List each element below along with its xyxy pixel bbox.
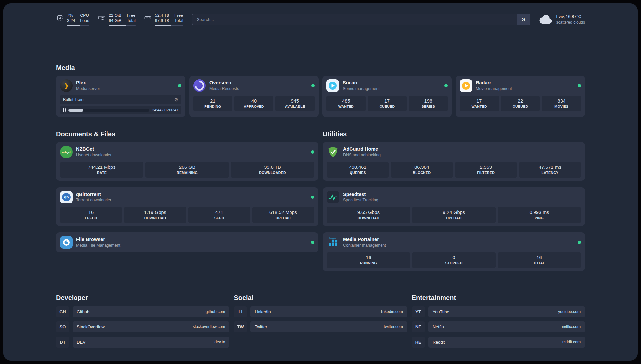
stat-stopped: 0 STOPPED (412, 252, 496, 268)
bookmark-abbr: YT (412, 306, 425, 317)
service-card-nzbget[interactable]: NZBGet Usenet downloader 744.21 Mbps RAT… (56, 142, 318, 181)
stat-queued: 22 QUEUED (501, 96, 540, 111)
search-input[interactable] (192, 14, 517, 25)
status-dot (444, 84, 448, 87)
bookmark-reddit[interactable]: RE Reddit reddit.com (412, 337, 585, 348)
header-divider (56, 40, 585, 40)
search-provider-button[interactable]: G (517, 14, 530, 25)
bookmark-linkedin[interactable]: LI LinkedIn linkedin.com (234, 306, 407, 317)
service-subtitle: Movie management (476, 86, 512, 91)
memory-total: 64 GiB (109, 18, 121, 23)
stat-upload: 9.24 Gbps UPLOAD (412, 207, 496, 223)
bookmark-dev[interactable]: DT DEV dev.to (56, 337, 229, 348)
cpu-widget: 7% 3.24 CPU Load (56, 13, 89, 26)
memory-widget: 22 GiB 64 GiB Free Total (98, 13, 136, 26)
memory-total-label: Total (127, 18, 135, 23)
memory-free-label: Free (127, 13, 135, 18)
pause-button[interactable] (63, 108, 66, 112)
utilities-column: Utilities AdGuard Home DNS and adblockin… (323, 130, 585, 278)
gear-icon[interactable] (174, 97, 178, 102)
memory-usage-bar (109, 25, 136, 26)
cpu-usage-bar-fill (67, 25, 80, 26)
status-dot (311, 84, 315, 87)
now-playing-track: Bullet Train (63, 97, 84, 102)
documents-column: Documents & Files NZBGet Usenet download… (56, 130, 318, 278)
cpu-percent: 7% (67, 13, 75, 18)
service-card-filebrowser[interactable]: File Browser Media File Management (56, 232, 318, 252)
bookmark-group-developer: Developer GH Github github.com SO StackO… (56, 294, 229, 352)
bookmark-name: Twitter (255, 324, 267, 329)
weather-location: Lviv, 16.87°C (556, 14, 585, 20)
stat-download: 9.65 Gbps DOWNLOAD (327, 207, 410, 223)
bookmark-abbr: RE (412, 337, 425, 348)
top-bar: 7% 3.24 CPU Load (56, 13, 585, 26)
status-dot (311, 241, 314, 244)
disk-total: 97.9 TB (155, 18, 169, 23)
media-grid: Plex Media server Bullet Train 24:44 / 0… (56, 76, 585, 117)
service-title: Speedtest (343, 191, 378, 197)
bookmark-url: youtube.com (558, 309, 581, 314)
bookmark-abbr: LI (234, 306, 247, 317)
disk-free-label: Free (174, 13, 183, 18)
stat-downloaded: 39.6 TB DOWNLOADED (231, 162, 314, 178)
playback-progress-fill (68, 109, 84, 112)
memory-usage-bar-fill (109, 25, 126, 26)
service-card-adguard[interactable]: AdGuard Home DNS and adblocking 498,461 … (323, 142, 585, 181)
stat-pending: 21 PENDING (193, 96, 232, 111)
bookmark-url: linkedin.com (381, 309, 403, 314)
disk-usage-bar-fill (155, 25, 171, 26)
bookmark-github[interactable]: GH Github github.com (56, 306, 229, 317)
service-subtitle: Media server (76, 86, 100, 91)
bookmark-twitter[interactable]: TW Twitter twitter.com (234, 321, 407, 332)
bookmark-group-entertainment: Entertainment YT YouTube youtube.com NF … (412, 294, 585, 352)
disk-icon (144, 14, 152, 22)
service-card-portainer[interactable]: Media Portainer Container management 16 … (323, 232, 585, 271)
bookmark-abbr: GH (56, 306, 69, 317)
bookmark-youtube[interactable]: YT YouTube youtube.com (412, 306, 585, 317)
bookmark-url: twitter.com (384, 324, 403, 329)
bookmark-stackoverflow[interactable]: SO StackOverflow stackoverflow.com (56, 321, 229, 332)
section-heading-utilities: Utilities (323, 130, 585, 138)
bookmarks: Developer GH Github github.com SO StackO… (56, 294, 585, 352)
service-card-radarr[interactable]: Radarr Movie management 17 WANTED 22 QUE… (456, 76, 585, 117)
stat-wanted: 17 WANTED (460, 96, 499, 111)
bookmark-url: github.com (206, 309, 225, 314)
section-heading-developer: Developer (56, 294, 229, 302)
stat-running: 16 RUNNING (327, 252, 410, 268)
section-heading-documents: Documents & Files (56, 130, 318, 138)
search-bar[interactable]: G (192, 14, 530, 25)
service-title: NZBGet (76, 146, 112, 152)
plex-icon (60, 79, 73, 92)
bookmark-netflix[interactable]: NF Netflix netflix.com (412, 321, 585, 332)
stat-rate: 744.21 Mbps RATE (60, 162, 143, 178)
now-playing-progress-row: 24:44 / 02:06:47 (60, 106, 181, 114)
service-card-overseerr[interactable]: Overseerr Media Requests 21 PENDING 40 A… (189, 76, 319, 117)
stat-series: 196 SERIES (409, 96, 448, 111)
status-dot (178, 84, 181, 87)
bookmark-url: stackoverflow.com (193, 324, 225, 329)
service-card-speedtest[interactable]: Speedtest Speedtest Tracking 9.65 Gbps D… (323, 187, 585, 226)
stat-queries: 498,461 QUERIES (327, 162, 389, 178)
stat-latency: 47.571 ms LATENCY (519, 162, 581, 178)
stat-wanted: 485 WANTED (326, 96, 366, 111)
service-card-sonarr[interactable]: Sonarr Series management 485 WANTED 17 Q… (322, 76, 452, 117)
status-dot (311, 196, 314, 199)
status-dot (311, 150, 314, 154)
overseerr-icon (193, 79, 206, 92)
service-card-qbittorrent[interactable]: qBittorrent Torrent downloader 16 LEECH … (56, 187, 318, 226)
bookmark-abbr: TW (234, 321, 247, 332)
service-title: Overseerr (209, 80, 239, 86)
service-title: AdGuard Home (343, 146, 381, 152)
bookmark-url: dev.to (215, 340, 225, 344)
section-heading-entertainment: Entertainment (412, 294, 585, 302)
bookmark-name: Reddit (433, 340, 445, 345)
disk-widget: 52.4 TB 97.9 TB Free Total (144, 13, 183, 26)
service-card-plex[interactable]: Plex Media server Bullet Train 24:44 / 0… (56, 76, 185, 117)
service-title: Radarr (476, 80, 512, 86)
playback-progress-bar[interactable] (68, 109, 150, 112)
service-subtitle: DNS and adblocking (343, 152, 381, 158)
section-heading-media: Media (56, 64, 585, 72)
service-subtitle: Usenet downloader (76, 152, 112, 158)
service-title: Media Portainer (343, 236, 386, 243)
bookmark-abbr: SO (56, 321, 69, 332)
